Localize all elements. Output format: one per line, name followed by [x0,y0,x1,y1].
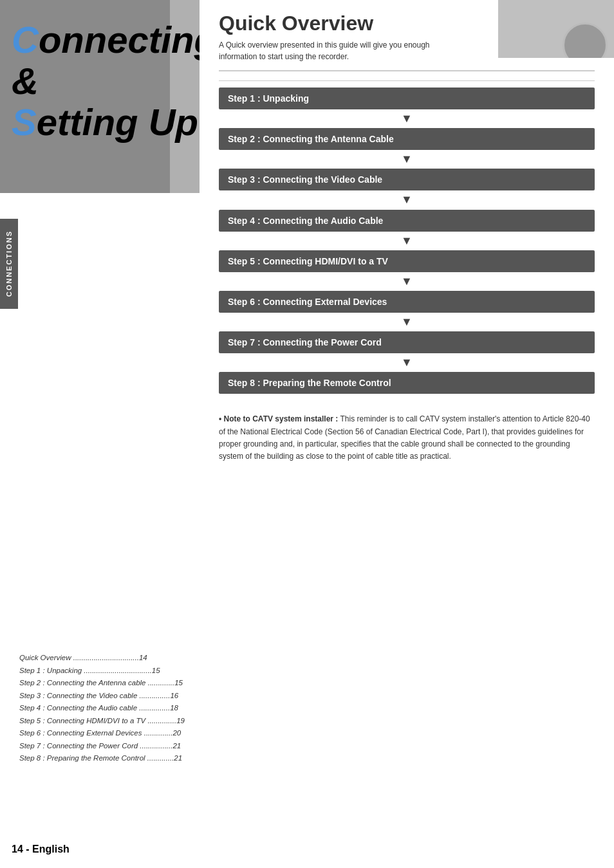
steps-container: Step 1 : Unpacking ▼ Step 2 : Connecting… [219,88,595,394]
toc-item: Step 3 : Connecting the Video cable ....… [19,690,193,703]
toc-item: Step 1 : Unpacking .....................… [19,665,193,678]
step-7-box[interactable]: Step 7 : Connecting the Power Cord [219,331,595,353]
section-divider [219,80,595,81]
toc-item: Step 4 : Connecting the Audio cable ....… [19,702,193,715]
step-3-box[interactable]: Step 3 : Connecting the Video Cable [219,169,595,190]
step-4-box[interactable]: Step 4 : Connecting the Audio Cable [219,210,595,232]
left-panel: Connecting &Setting Up Connections Quick… [0,0,200,868]
arrow-4: ▼ [219,233,595,249]
right-panel: Quick Overview A Quick overview presente… [200,0,614,868]
step-8-box[interactable]: Step 8 : Preparing the Remote Control [219,372,595,394]
arrow-6: ▼ [219,314,595,330]
arrow-2: ▼ [219,151,595,167]
toc-item: Step 2 : Connecting the Antenna cable ..… [19,677,193,690]
step-5-box[interactable]: Step 5 : Connecting HDMI/DVI to a TV [219,250,595,272]
left-panel-header: Connecting &Setting Up [0,0,200,193]
quick-overview-title: Quick Overview [219,12,595,35]
arrow-3: ▼ [219,192,595,208]
table-of-contents: Quick Overview .........................… [19,652,193,765]
arrow-1: ▼ [219,111,595,127]
step-2-box[interactable]: Step 2 : Connecting the Antenna Cable [219,128,595,150]
toc-item: Step 7 : Connecting the Power Cord .....… [19,740,193,753]
note-label: • Note to CATV system installer : [219,414,338,423]
step-6-box[interactable]: Step 6 : Connecting External Devices [219,291,595,313]
step-1-box[interactable]: Step 1 : Unpacking [219,88,595,109]
arrow-5: ▼ [219,273,595,290]
main-title: Connecting &Setting Up [12,19,200,142]
toc-item: Step 6 : Connecting External Devices ...… [19,727,193,740]
connections-label: Connections [5,230,13,297]
page-number: 14 - English [12,844,70,855]
arrow-7: ▼ [219,355,595,371]
quick-overview-header: Quick Overview A Quick overview presente… [219,0,595,71]
quick-overview-description: A Quick overview presented in this guide… [219,39,457,62]
catv-note: • Note to CATV system installer : This r… [219,407,595,463]
toc-item: Step 5 : Connecting HDMI/DVI to a TV ...… [19,715,193,728]
connections-tab: Connections [0,219,18,309]
toc-item: Step 8 : Preparing the Remote Control ..… [19,752,193,765]
toc-item: Quick Overview .........................… [19,652,193,665]
